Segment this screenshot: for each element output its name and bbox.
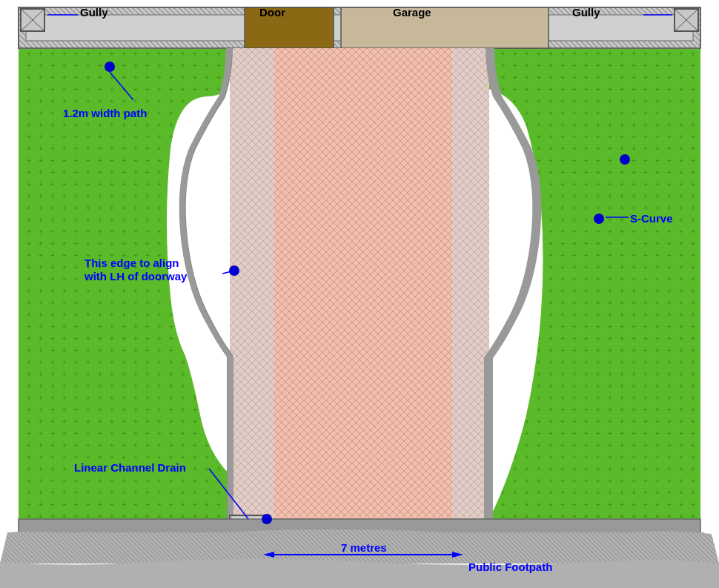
svg-point-49 [262,514,272,524]
svg-rect-28 [341,7,549,48]
door-label: Door [259,6,285,19]
diagram-container: + [0,0,719,588]
svg-point-47 [620,154,630,165]
linear-drain-label: Linear Channel Drain [74,461,186,474]
gully-right-label: Gully [572,6,600,19]
s-curve-label: S-Curve [630,212,673,225]
edge-align-label2: with LH of doorway [84,270,188,283]
seven-metres-label: 7 metres [341,541,387,554]
path-width-label: 1.2m width path [63,107,147,119]
svg-rect-27 [245,7,334,48]
public-footpath-label: Public Footpath [468,561,552,573]
garage-label: Garage [393,6,431,19]
edge-align-label: This edge to align [85,257,179,269]
svg-point-48 [594,214,604,224]
gully-left-label: Gully [80,6,108,19]
svg-point-43 [105,62,115,72]
